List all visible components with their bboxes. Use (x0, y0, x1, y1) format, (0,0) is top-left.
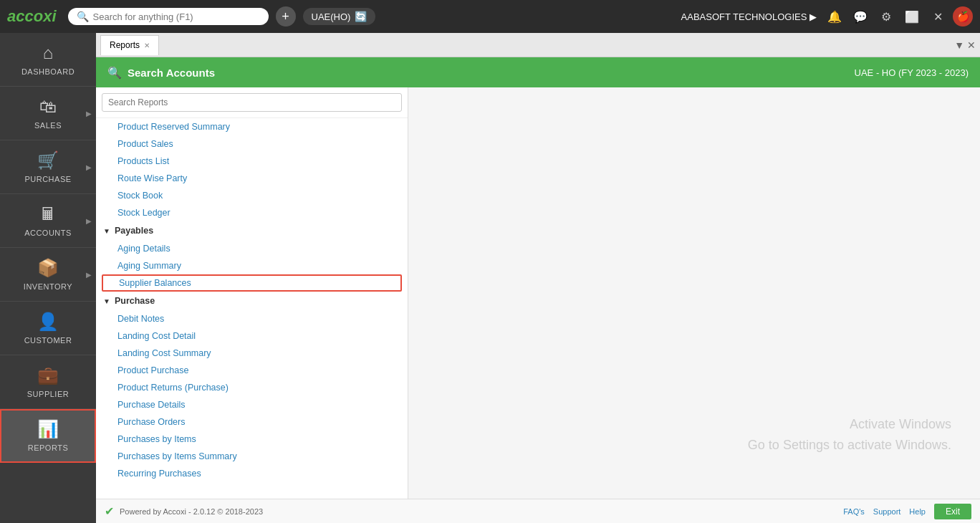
header-right-text: UAE - HO (FY 2023 - 2023) (855, 67, 969, 78)
bottom-links: FAQ's Support Help (843, 507, 926, 516)
reports-sidebar: Product Reserved Summary Product Sales P… (96, 87, 408, 499)
list-item-landing-cost-detail[interactable]: Landing Cost Detail (96, 327, 408, 345)
supplier-icon: 💼 (37, 365, 59, 385)
sidebar-item-accounts[interactable]: 🖩 ACCOUNTS ▶ (0, 194, 96, 248)
sidebar-label-reports: REPORTS (28, 443, 68, 452)
accounts-icon: 🖩 (39, 204, 57, 224)
list-item[interactable]: Stock Book (96, 187, 408, 204)
sidebar-item-reports[interactable]: 📊 REPORTS (0, 409, 96, 463)
list-item[interactable]: Stock Ledger (96, 204, 408, 221)
main-layout: ⌂ DASHBOARD 🛍 SALES ▶ 🛒 PURCHASE ▶ 🖩 ACC… (0, 33, 980, 523)
reports-search-input[interactable] (102, 93, 402, 112)
tab-window-close-button[interactable]: ✕ (967, 39, 976, 51)
list-item-aging-details[interactable]: Aging Details (96, 240, 408, 257)
global-search-box[interactable]: 🔍 (68, 8, 269, 25)
list-item-aging-summary[interactable]: Aging Summary (96, 257, 408, 274)
purchase-arrow-icon: ▼ (103, 297, 110, 305)
content-area: Reports ✕ ▼ ✕ 🔍 Search Accounts UAE - HO… (96, 33, 980, 523)
support-link[interactable]: Support (873, 507, 901, 516)
refresh-icon[interactable]: 🔄 (355, 11, 367, 22)
tab-close-button[interactable]: ✕ (144, 42, 150, 49)
header-search-icon: 🔍 (107, 66, 122, 80)
list-item-purchases-by-items[interactable]: Purchases by Items (96, 431, 408, 448)
purchase-label: Purchase (115, 296, 155, 306)
sidebar-label-purchase: PURCHASE (24, 175, 71, 183)
topbar-icons: 🔔 💬 ⚙ ⬜ ✕ 🍎 (824, 6, 973, 27)
settings-icon[interactable]: ⚙ (875, 6, 897, 27)
watermark: Activate Windows Go to Settings to activ… (748, 414, 951, 456)
sidebar-label-inventory: INVENTORY (24, 282, 72, 291)
header-title: Search Accounts (128, 67, 215, 79)
purchase-category[interactable]: ▼ Purchase (96, 292, 408, 310)
sidebar-label-sales: SALES (34, 121, 62, 130)
list-item-product-returns[interactable]: Product Returns (Purchase) (96, 379, 408, 396)
search-icon: 🔍 (77, 11, 89, 22)
sidebar-item-inventory[interactable]: 📦 INVENTORY ▶ (0, 248, 96, 302)
list-item-recurring-purchases[interactable]: Recurring Purchases (96, 465, 408, 482)
sidebar-label-supplier: SUPPLIER (27, 390, 69, 398)
reports-tab[interactable]: Reports ✕ (100, 35, 159, 55)
header-bar: 🔍 Search Accounts UAE - HO (FY 2023 - 20… (96, 57, 980, 87)
global-search-input[interactable] (93, 11, 251, 22)
app-logo: accoxi (7, 7, 57, 26)
list-item-purchase-orders[interactable]: Purchase Orders (96, 413, 408, 431)
tab-dropdown-button[interactable]: ▼ (954, 39, 964, 51)
list-item-purchases-by-items-summary[interactable]: Purchases by Items Summary (96, 448, 408, 465)
minimize-icon[interactable]: ⬜ (901, 6, 923, 27)
sidebar-item-customer[interactable]: 👤 CUSTOMER (0, 302, 96, 355)
bottom-logo-icon: ✔ (105, 504, 114, 518)
sidebar: ⌂ DASHBOARD 🛍 SALES ▶ 🛒 PURCHASE ▶ 🖩 ACC… (0, 33, 96, 523)
list-item-supplier-balances[interactable]: Supplier Balances (102, 274, 402, 292)
reports-list: Product Reserved Summary Product Sales P… (96, 118, 408, 499)
purchase-icon: 🛒 (37, 150, 59, 171)
watermark-line2: Go to Settings to activate Windows. (748, 435, 951, 456)
reports-icon: 📊 (37, 419, 59, 439)
powered-by-text: Powered by Accoxi - 2.0.12 © 2018-2023 (120, 507, 263, 516)
sales-arrow: ▶ (86, 110, 92, 117)
list-item-product-purchase[interactable]: Product Purchase (96, 362, 408, 379)
avatar[interactable]: 🍎 (953, 6, 973, 27)
location-selector[interactable]: UAE(HO) 🔄 (303, 8, 376, 25)
tab-label: Reports (110, 40, 140, 50)
exit-button[interactable]: Exit (934, 504, 971, 519)
help-link[interactable]: Help (909, 507, 926, 516)
tab-controls: ▼ ✕ (954, 39, 976, 51)
reports-panel: Product Reserved Summary Product Sales P… (96, 87, 980, 499)
sidebar-item-supplier[interactable]: 💼 SUPPLIER (0, 355, 96, 409)
watermark-line1: Activate Windows (748, 414, 951, 435)
customer-icon: 👤 (37, 312, 59, 332)
payables-arrow-icon: ▼ (103, 227, 110, 235)
notification-icon[interactable]: 🔔 (824, 6, 845, 27)
close-icon[interactable]: ✕ (927, 6, 948, 27)
sidebar-item-dashboard[interactable]: ⌂ DASHBOARD (0, 33, 96, 87)
sidebar-label-dashboard: DASHBOARD (21, 67, 75, 76)
sidebar-label-accounts: ACCOUNTS (24, 229, 72, 237)
list-item-purchase-details[interactable]: Purchase Details (96, 396, 408, 413)
sidebar-item-purchase[interactable]: 🛒 PURCHASE ▶ (0, 140, 96, 194)
payables-category[interactable]: ▼ Payables (96, 221, 408, 240)
location-text: UAE(HO) (312, 11, 351, 22)
faq-link[interactable]: FAQ's (843, 507, 865, 516)
dashboard-icon: ⌂ (43, 43, 54, 63)
sales-icon: 🛍 (39, 97, 57, 117)
reports-search-area[interactable] (96, 87, 408, 118)
inventory-icon: 📦 (37, 258, 59, 278)
tab-bar: Reports ✕ ▼ ✕ (96, 33, 980, 57)
list-item-landing-cost-summary[interactable]: Landing Cost Summary (96, 345, 408, 362)
sidebar-item-sales[interactable]: 🛍 SALES ▶ (0, 87, 96, 140)
accounts-arrow: ▶ (86, 217, 92, 225)
list-item[interactable]: Product Reserved Summary (96, 118, 408, 135)
company-name: AABASOFT TECHNOLOGIES ▶ (681, 11, 817, 22)
add-button[interactable]: + (276, 6, 296, 27)
sidebar-label-customer: CUSTOMER (24, 336, 72, 345)
list-item[interactable]: Product Sales (96, 135, 408, 153)
message-icon[interactable]: 💬 (850, 6, 871, 27)
payables-label: Payables (115, 226, 153, 236)
bottom-bar: ✔ Powered by Accoxi - 2.0.12 © 2018-2023… (96, 499, 980, 523)
topbar: accoxi 🔍 + UAE(HO) 🔄 AABASOFT TECHNOLOGI… (0, 0, 980, 33)
inventory-arrow: ▶ (86, 271, 92, 279)
list-item[interactable]: Products List (96, 153, 408, 170)
list-item-debit-notes[interactable]: Debit Notes (96, 310, 408, 327)
list-item[interactable]: Route Wise Party (96, 170, 408, 187)
purchase-arrow: ▶ (86, 163, 92, 171)
